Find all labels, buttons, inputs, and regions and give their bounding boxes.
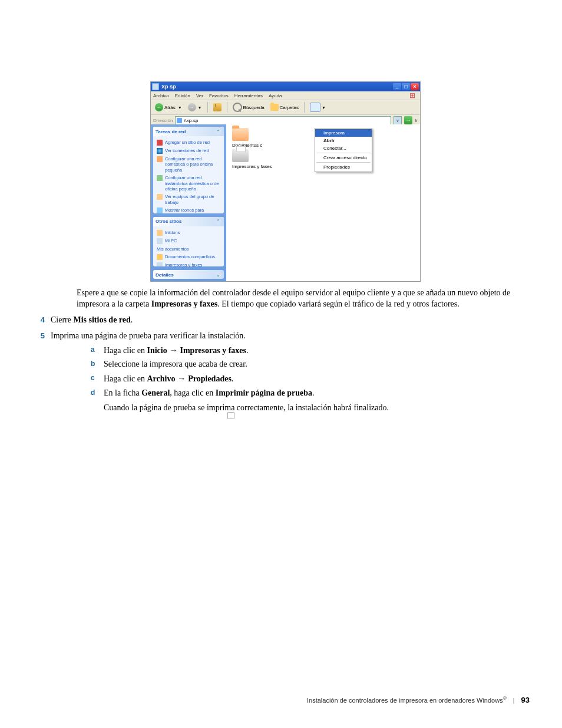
page-footer: Instalación de controladores de impresor…: [0, 696, 562, 704]
address-field[interactable]: \\xp-sp: [175, 116, 391, 125]
task-view-conn[interactable]: Ver conexiones de red: [157, 147, 220, 155]
place-shared[interactable]: Documentos compartidos: [157, 253, 220, 261]
address-dropdown[interactable]: v: [394, 116, 402, 125]
window-title: Xp sp: [161, 84, 393, 90]
task-setup-home[interactable]: Configurar una red doméstica o para ofic…: [157, 155, 220, 174]
place-printers[interactable]: Impresoras y faxes: [157, 261, 220, 266]
address-value: \\xp-sp: [184, 118, 198, 123]
step-5a: a Haga clic en Inicio → Impresoras y fax…: [91, 345, 520, 357]
printers-faxes-item[interactable]: Impresoras y faxes: [232, 149, 272, 169]
ctx-conectar[interactable]: Conectar...: [315, 144, 372, 152]
forward-button[interactable]: →▼: [186, 102, 204, 113]
toolbar: ←Atrás▼ →▼ Búsqueda Carpetas ▼: [151, 100, 420, 115]
go-button[interactable]: →: [404, 116, 412, 124]
ctx-shortcut[interactable]: Crear acceso directo: [315, 154, 372, 162]
menubar: Archivo Edición Ver Favoritos Herramient…: [151, 91, 420, 100]
folder-icon: [232, 128, 249, 141]
maximize-button[interactable]: □: [402, 83, 410, 90]
place-inicio[interactable]: Inicions: [157, 229, 220, 237]
step-5c: c Haga clic en Archivo → Propiedades.: [91, 373, 520, 385]
windows-logo-icon: [409, 91, 418, 100]
task-view-workgroup[interactable]: Ver equipos del grupo de trabajo: [157, 193, 220, 206]
panel-head-other[interactable]: Otros sitios ⌃: [153, 217, 224, 226]
menu-archivo[interactable]: Archivo: [153, 93, 169, 98]
menu-favoritos[interactable]: Favoritos: [209, 93, 229, 98]
step-5: 5 Imprima una página de prueba para veri…: [77, 331, 520, 342]
panel-head-network[interactable]: Tareas de red ⌃: [153, 127, 224, 136]
close-button[interactable]: ×: [411, 83, 419, 90]
task-add-place[interactable]: Agregar un sitio de red: [157, 139, 220, 147]
address-label: Dirección: [153, 118, 173, 123]
step-5d: d En la ficha General, haga clic en Impr…: [91, 388, 520, 414]
page-number: 93: [521, 696, 530, 704]
views-button[interactable]: ▼: [308, 101, 328, 113]
folders-button[interactable]: Carpetas: [269, 103, 300, 112]
place-docs[interactable]: Mis documentos: [157, 245, 220, 253]
minimize-button[interactable]: _: [393, 83, 401, 90]
panel-details: Detalles ⌄: [153, 270, 224, 279]
intro-para: Espere a que se copie la información del…: [77, 288, 520, 310]
menu-ver[interactable]: Ver: [196, 93, 203, 98]
footer-chapter: Instalación de controladores de impresor…: [307, 697, 503, 704]
menu-edicion[interactable]: Edición: [175, 93, 190, 98]
shared-docs-item[interactable]: Documentos c: [232, 128, 262, 148]
ctx-abrir[interactable]: Abrir: [315, 137, 372, 144]
task-setup-wireless[interactable]: Configurar una red inalámbrica doméstica…: [157, 174, 220, 193]
ctx-properties[interactable]: Propiedades: [315, 163, 372, 171]
sidebar: Tareas de red ⌃ Agregar un sitio de red …: [151, 124, 226, 281]
search-button[interactable]: Búsqueda: [231, 101, 266, 113]
chevron-icon: ⌃: [214, 128, 222, 135]
step-5b: b Seleccione la impresora que acaba de c…: [91, 359, 520, 370]
content-area: Documentos c Impresoras y faxes Impresor…: [226, 124, 420, 281]
go-label: Ir: [415, 118, 418, 123]
chevron-down-icon: ⌄: [214, 271, 222, 278]
document-body: Espere a que se copie la información del…: [77, 288, 520, 415]
panel-network-tasks: Tareas de red ⌃ Agregar un sitio de red …: [153, 127, 224, 213]
panel-other-places: Otros sitios ⌃ Inicions Mi PC Mis docume…: [153, 217, 224, 267]
xp-window: Xp sp _ □ × Archivo Edición Ver Favorito…: [150, 81, 421, 282]
up-button[interactable]: [211, 102, 223, 113]
step-4: 4 Cierre Mis sitios de red.: [77, 315, 520, 326]
window-icon: [152, 83, 159, 90]
ctx-impresora[interactable]: Impresora: [315, 129, 372, 137]
network-icon: [177, 118, 182, 123]
printer-icon: [232, 149, 249, 162]
menu-ayuda[interactable]: Ayuda: [269, 93, 282, 98]
context-menu: Impresora Abrir Conectar... Crear acceso…: [315, 128, 372, 172]
chevron-icon: ⌃: [214, 218, 222, 225]
task-upnp[interactable]: Mostrar iconos para dispositivos UPnP en…: [157, 206, 220, 213]
back-button[interactable]: ←Atrás▼: [153, 102, 184, 113]
menu-herramientas[interactable]: Herramientas: [234, 93, 263, 98]
panel-head-details[interactable]: Detalles ⌄: [153, 270, 224, 279]
titlebar: Xp sp _ □ ×: [151, 82, 420, 91]
place-mipc[interactable]: Mi PC: [157, 237, 220, 245]
